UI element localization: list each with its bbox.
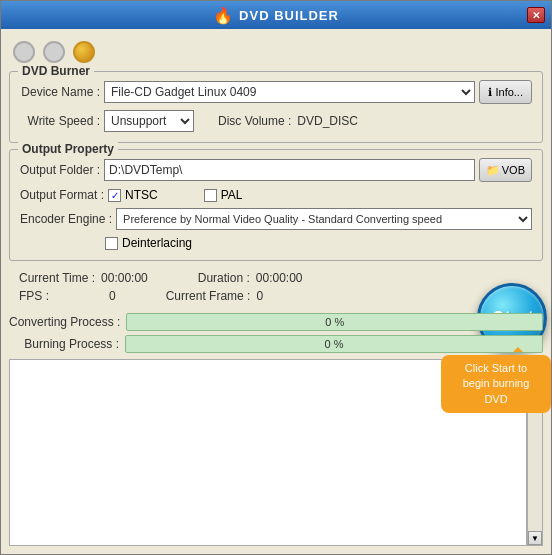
vob-button-label: VOB: [502, 164, 525, 176]
burning-progress-text: 0 %: [126, 336, 542, 352]
output-property-group: Output Property Output Folder : 📁 VOB Ou…: [9, 149, 543, 261]
write-speed-select[interactable]: Unsupport: [104, 110, 194, 132]
ntsc-checkbox-label[interactable]: ✓ NTSC: [108, 188, 158, 202]
stats-section: Current Time : 00:00:00 Duration : 00:00…: [9, 267, 543, 307]
current-frame-label: Current Frame :: [166, 289, 251, 303]
duration-value: 00:00:00: [256, 271, 303, 285]
converting-progress-text: 0 %: [127, 314, 542, 330]
device-name-row: Device Name : File-CD Gadget Linux 0409 …: [20, 80, 532, 104]
current-time-stat: Current Time : 00:00:00: [19, 271, 148, 285]
folder-icon: 📁: [486, 164, 500, 177]
output-folder-input[interactable]: [104, 159, 475, 181]
info-button[interactable]: ℹ Info...: [479, 80, 532, 104]
encoder-engine-row: Encoder Engine : Preference by Normal Vi…: [20, 208, 532, 230]
converting-label: Converting Process :: [9, 315, 120, 329]
current-frame-value: 0: [256, 289, 263, 303]
ntsc-checkbox[interactable]: ✓: [108, 189, 121, 202]
info-icon: ℹ: [488, 86, 492, 99]
converting-progress-row: Converting Process : 0 %: [9, 313, 543, 331]
disc-volume-value: DVD_DISC: [297, 114, 358, 128]
fps-stat: FPS : 0: [19, 289, 116, 303]
current-time-value: 00:00:00: [101, 271, 148, 285]
flame-icon: 🔥: [213, 6, 233, 25]
traffic-light-green[interactable]: [73, 41, 95, 63]
deinterlacing-checkbox[interactable]: [105, 237, 118, 250]
disc-volume-row: Disc Volume : DVD_DISC: [218, 114, 358, 128]
device-name-select[interactable]: File-CD Gadget Linux 0409: [104, 81, 475, 103]
tooltip-text: Click Start to begin burning DVD: [463, 362, 530, 405]
stats-row-1: Current Time : 00:00:00 Duration : 00:00…: [9, 271, 543, 285]
duration-stat: Duration : 00:00:00: [198, 271, 303, 285]
window-body: DVD Burner Device Name : File-CD Gadget …: [1, 29, 551, 554]
pal-checkbox[interactable]: [204, 189, 217, 202]
output-folder-label: Output Folder :: [20, 163, 100, 177]
burning-progress-row: Burning Process : 0 %: [9, 335, 543, 353]
burning-progress-bar: 0 %: [125, 335, 543, 353]
current-frame-stat: Current Frame : 0: [166, 289, 263, 303]
deinterlacing-row: Deinterlacing: [105, 236, 532, 250]
tooltip-bubble: Click Start to begin burning DVD: [441, 355, 551, 413]
ntsc-label: NTSC: [125, 188, 158, 202]
title-bar: 🔥 DVD BUILDER ✕: [1, 1, 551, 29]
output-format-row: Output Format : ✓ NTSC PAL: [20, 188, 532, 202]
fps-value: 0: [109, 289, 116, 303]
pal-checkbox-label[interactable]: PAL: [204, 188, 243, 202]
traffic-light-red[interactable]: [13, 41, 35, 63]
title-bar-content: 🔥 DVD BUILDER: [25, 6, 527, 25]
output-property-title: Output Property: [18, 142, 118, 156]
format-options: ✓ NTSC PAL: [108, 188, 242, 202]
progress-section: Start Converting Process : 0 % Burning P…: [9, 313, 543, 353]
stats-row-2: FPS : 0 Current Frame : 0: [9, 289, 543, 303]
info-button-label: Info...: [495, 86, 523, 98]
deinterlacing-label: Deinterlacing: [122, 236, 192, 250]
window-title: DVD BUILDER: [239, 8, 339, 23]
close-button[interactable]: ✕: [527, 7, 545, 23]
vob-button[interactable]: 📁 VOB: [479, 158, 532, 182]
scroll-down-button[interactable]: ▼: [528, 531, 542, 545]
encoder-engine-label: Encoder Engine :: [20, 212, 112, 226]
output-format-label: Output Format :: [20, 188, 104, 202]
burning-label: Burning Process :: [9, 337, 119, 351]
duration-label: Duration :: [198, 271, 250, 285]
write-speed-label: Write Speed :: [20, 114, 100, 128]
disc-volume-label: Disc Volume :: [218, 114, 291, 128]
main-window: 🔥 DVD BUILDER ✕ DVD Burner Device Name :…: [0, 0, 552, 555]
fps-label: FPS :: [19, 289, 49, 303]
dvd-burner-group: DVD Burner Device Name : File-CD Gadget …: [9, 71, 543, 143]
device-name-label: Device Name :: [20, 85, 100, 99]
traffic-light-yellow[interactable]: [43, 41, 65, 63]
current-time-label: Current Time :: [19, 271, 95, 285]
output-folder-row: Output Folder : 📁 VOB: [20, 158, 532, 182]
write-speed-row: Write Speed : Unsupport Disc Volume : DV…: [20, 110, 532, 132]
pal-label: PAL: [221, 188, 243, 202]
dvd-burner-title: DVD Burner: [18, 64, 94, 78]
traffic-lights: [9, 37, 543, 65]
converting-progress-bar: 0 %: [126, 313, 543, 331]
encoder-engine-select[interactable]: Preference by Normal Video Quality - Sta…: [116, 208, 532, 230]
